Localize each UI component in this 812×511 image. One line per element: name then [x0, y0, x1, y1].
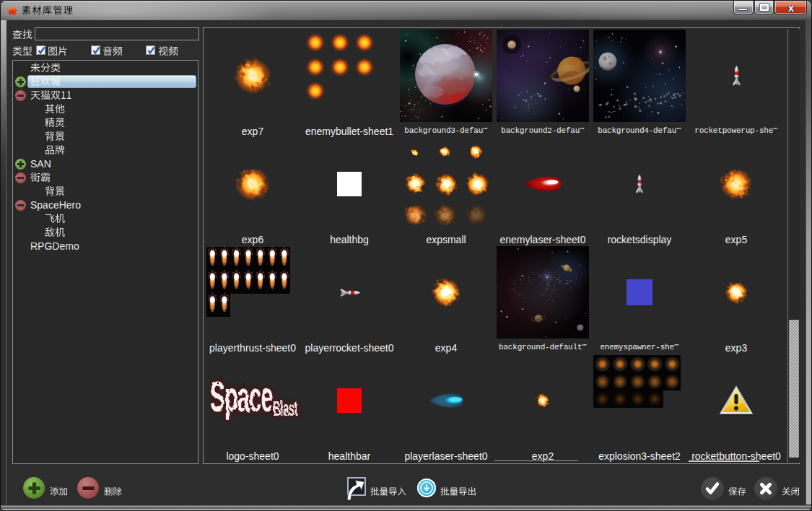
svg-text:Space: Space: [210, 377, 273, 421]
svg-text:Blast: Blast: [273, 397, 298, 421]
